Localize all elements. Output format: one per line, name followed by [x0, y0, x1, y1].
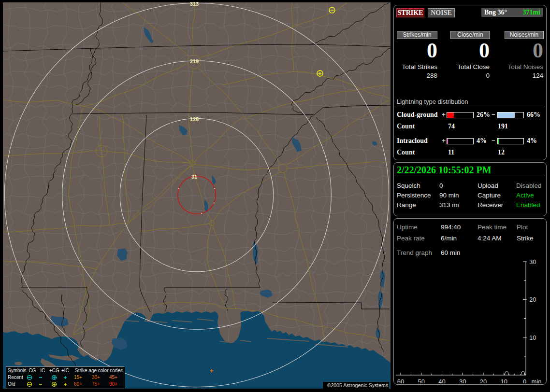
distribution-label: Cloud-ground [397, 112, 438, 118]
legend-row-recent: Recent15+30+45+ [6, 374, 124, 381]
copyright-text: ©2005 Astrogenic Systems [323, 382, 389, 389]
datetime-display: 2/22/2026 10:55:02 PM [397, 165, 492, 176]
status-value: 0 [439, 182, 443, 189]
legend-header-cell: Symbols [8, 367, 26, 374]
minus-sign: − [492, 112, 495, 118]
minus-bar-fill [498, 112, 515, 118]
legend-age-30plus: 30+ [92, 374, 100, 381]
status-row-squelch: Squelch0UploadDisabled [397, 182, 543, 189]
svg-text:30: 30 [459, 378, 466, 383]
svg-text:0: 0 [523, 378, 526, 383]
plus-sign: + [442, 112, 446, 118]
plus-percent: 26% [477, 112, 490, 118]
legend-symbol-mic-icon [38, 381, 43, 389]
svg-text:20: 20 [480, 378, 487, 383]
status-panel: 2/22/2026 10:55:02 PM Squelch0UploadDisa… [393, 162, 547, 216]
svg-text:40: 40 [438, 378, 445, 383]
status-value2: Active [516, 192, 534, 199]
total-strikes-value: 288 [394, 72, 437, 79]
minus-bar [497, 112, 524, 118]
legend-row-old: Old60+75+90+ [6, 381, 124, 388]
nexstorm-app: 31125219313 Symbols-CG-IC+CG+ICStrike ag… [0, 0, 550, 392]
plus-bar-fill [447, 139, 448, 144]
plus-bar [447, 112, 474, 118]
map-canvas: 31125219313 [0, 0, 392, 392]
bearing-label: Bng 36° [484, 8, 507, 17]
trend-graph: 1020306050403020100min [394, 219, 545, 383]
svg-text:50: 50 [418, 378, 425, 383]
status-label: Squelch [397, 182, 420, 189]
legend-age-15plus: 15+ [74, 374, 82, 381]
distribution-count-row: Count74191 [397, 123, 543, 130]
minus-percent: 4% [527, 138, 537, 144]
svg-text:219: 219 [190, 58, 199, 64]
strikes-per-min-button[interactable]: Strikes/min [397, 31, 437, 39]
noise-toggle-button[interactable]: NOISE [428, 8, 455, 17]
legend-age-90plus: 90+ [109, 381, 117, 388]
minus-percent: 66% [527, 112, 540, 118]
legend-age-45plus: 45+ [109, 374, 117, 381]
legend-age-75plus: 75+ [92, 381, 100, 388]
distribution-divider [397, 106, 543, 106]
plus-sign: + [442, 138, 446, 144]
minus-bar [497, 138, 524, 144]
minus-count: 191 [498, 123, 508, 130]
bearing-readout: Bng 36° 371mi [481, 8, 543, 17]
svg-text:10: 10 [501, 378, 507, 383]
plus-bar-fill [447, 112, 454, 118]
svg-text:125: 125 [190, 116, 199, 122]
strikes-per-min-value: 0 [394, 40, 437, 61]
legend-row-label: Recent [8, 374, 23, 381]
status-value2: Enabled [516, 201, 540, 209]
legend-symbol-pcg-icon [51, 381, 57, 389]
strike-toggle-button[interactable]: STRIKE [396, 8, 424, 17]
svg-text:31: 31 [191, 174, 197, 180]
legend-header-cell: -IC [39, 367, 45, 374]
status-divider [397, 176, 543, 176]
status-row-range: Range313 miReceiverEnabled [397, 201, 543, 209]
minus-bar-fill [498, 139, 499, 144]
legend-symbol-pic-icon [62, 381, 68, 389]
status-value: 313 mi [439, 201, 459, 209]
minus-sign: − [492, 138, 495, 144]
lightning-map[interactable]: 31125219313 Symbols-CG-IC+CG+ICStrike ag… [0, 0, 392, 392]
count-label: Count [397, 123, 415, 130]
status-value2: Disabled [516, 182, 542, 189]
total-noises-label: Total Noises [500, 63, 543, 70]
status-label2: Capture [478, 192, 501, 199]
status-row-persistence: Persistence90 minCaptureActive [397, 192, 543, 199]
legend-age-60plus: 60+ [74, 381, 82, 388]
distribution-label: Intracloud [397, 138, 428, 144]
total-noises-value: 124 [500, 72, 543, 79]
status-label2: Upload [478, 182, 498, 189]
svg-text:60: 60 [397, 378, 404, 383]
total-close-label: Total Close [447, 63, 490, 70]
noises-per-min-button[interactable]: Noises/min [505, 31, 544, 39]
legend-row-label: Old [8, 381, 15, 388]
total-close-value: 0 [447, 72, 490, 79]
close-per-min-button[interactable]: Close/min [450, 31, 490, 39]
legend-header-cell: +CG [49, 367, 59, 374]
noises-per-min-value: 0 [500, 40, 543, 61]
count-label: Count [397, 149, 415, 156]
legend-header-cell: +IC [61, 367, 69, 374]
svg-text:20: 20 [529, 296, 536, 303]
status-value: 90 min [439, 192, 459, 199]
status-label2: Receiver [478, 201, 503, 209]
legend-header: Symbols-CG-IC+CG+ICStrike age color code… [6, 367, 124, 374]
svg-text:313: 313 [190, 1, 199, 7]
plus-count: 74 [448, 123, 455, 130]
distribution-count-row: Count1112 [397, 149, 543, 156]
stats-panel: STRIKE NOISE Bng 36° 371mi Strikes/min C… [393, 5, 547, 160]
legend-symbol-mcg-icon [27, 381, 32, 389]
plus-percent: 4% [477, 138, 487, 144]
legend-header-cell: Strike age color codes [75, 367, 123, 374]
status-label: Persistence [397, 192, 431, 199]
svg-text:10: 10 [529, 334, 536, 341]
plus-bar [447, 138, 474, 144]
distribution-row-cloud-ground: Cloud-ground+26%−66% [397, 112, 543, 118]
total-strikes-label: Total Strikes [394, 63, 437, 70]
map-legend: Symbols-CG-IC+CG+ICStrike age color code… [6, 366, 124, 389]
plus-count: 11 [448, 149, 454, 156]
svg-text:30: 30 [529, 258, 536, 266]
